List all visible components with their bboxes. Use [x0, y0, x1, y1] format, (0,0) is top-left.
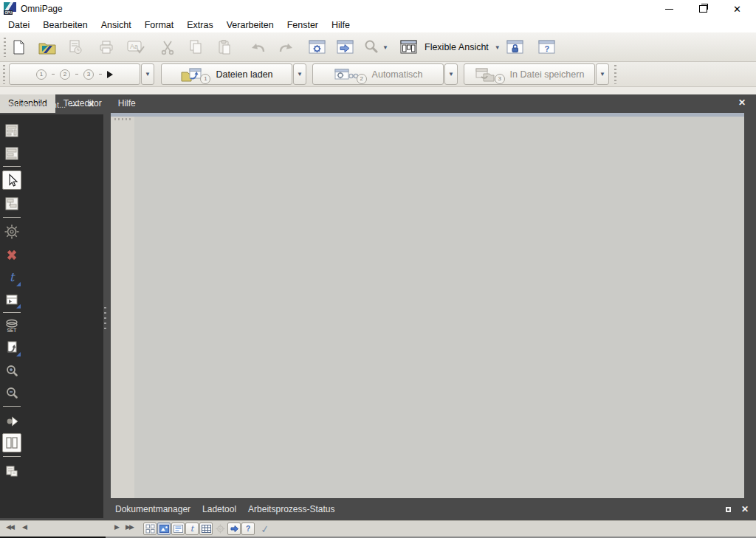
delete-zone-button[interactable] [2, 245, 21, 264]
toolbar-grip[interactable] [4, 38, 6, 57]
zoom-in-button[interactable] [2, 362, 21, 381]
settings-status-button[interactable] [213, 523, 227, 535]
bottom-panel-close-icon[interactable]: ✕ [741, 504, 749, 514]
thumbnail-view-button[interactable] [143, 523, 157, 535]
cut-button[interactable] [157, 37, 179, 58]
zone-properties-button[interactable] [2, 222, 21, 241]
table-zone-button[interactable] [2, 290, 21, 309]
zone-process-page-button[interactable] [2, 121, 21, 140]
zone-layout-button[interactable] [2, 144, 21, 163]
panel-splitter[interactable] [104, 307, 106, 332]
menu-datei[interactable]: Datei [1, 18, 36, 32]
process-mode-dropdown[interactable]: ▼ [444, 63, 458, 85]
svg-text:?: ? [545, 44, 550, 53]
minimize-button[interactable] [653, 0, 686, 18]
text-view-button[interactable]: t [185, 523, 199, 535]
redo-button[interactable] [275, 37, 297, 58]
open-folder-icon [38, 38, 57, 56]
zoom-button[interactable] [362, 37, 380, 58]
chevron-down-icon: ▼ [599, 71, 605, 77]
restore-button[interactable] [687, 0, 720, 18]
zone-layout-icon [4, 146, 19, 161]
new-document-button[interactable] [8, 37, 30, 58]
facing-pages-button[interactable] [2, 433, 21, 452]
help-status-button[interactable]: ? [241, 523, 255, 535]
tab-close-icon[interactable]: ✕ [738, 97, 746, 108]
help-button[interactable]: ? [536, 37, 558, 58]
menu-verarbeiten[interactable]: Verarbeiten [220, 18, 281, 32]
tab-ladetool[interactable]: Ladetool [196, 504, 242, 514]
tab-hilfe[interactable]: Hilfe [110, 94, 144, 113]
process-mode-button[interactable]: 2 Automatisch [312, 63, 444, 85]
last-page-button[interactable]: ▶▶ [126, 523, 133, 531]
options-button[interactable] [306, 37, 329, 58]
lock-icon [506, 38, 525, 56]
zoom-out-icon [4, 386, 19, 401]
set-rings-icon: SET [4, 317, 20, 334]
options-gear-icon [308, 38, 327, 56]
step-3-badge: 3 [83, 69, 94, 80]
table-view-button[interactable] [199, 523, 213, 535]
tab-dokumentmanager[interactable]: Dokumentmanager [109, 504, 196, 514]
zoom-dropdown[interactable]: ▼ [380, 37, 391, 58]
menu-fenster[interactable]: Fenster [281, 18, 325, 32]
title-bar: OPU OmniPage ✕ [0, 0, 756, 18]
menu-ansicht[interactable]: Ansicht [94, 18, 138, 32]
select-tool-button[interactable] [2, 170, 21, 190]
tab-arbeitsprozess-status[interactable]: Arbeitsprozess-Status [242, 504, 340, 514]
go-button[interactable] [334, 37, 357, 58]
thumbnail-close-icon[interactable]: ✕ [83, 100, 99, 109]
chevron-down-icon: ▼ [495, 44, 501, 51]
workflow-123-button[interactable]: 1 2 3 [9, 63, 140, 85]
view-mode-control[interactable]: Flexible Ansicht ▼ [399, 37, 501, 58]
svg-text:SET: SET [7, 328, 17, 333]
previous-page-button[interactable]: ◀ [22, 523, 26, 531]
zone-set-button[interactable]: SET [2, 316, 21, 335]
workflow-dropdown[interactable]: ▼ [141, 63, 154, 85]
step-3-badge: 3 [495, 74, 505, 84]
save-button[interactable] [64, 37, 86, 58]
toolbar-separator [3, 166, 21, 167]
save-to-file-button[interactable]: 3 In Datei speichern [464, 63, 595, 85]
menu-extras[interactable]: Extras [180, 18, 219, 32]
paste-button[interactable] [213, 37, 236, 58]
close-button[interactable]: ✕ [721, 0, 754, 18]
step-1-badge: 1 [200, 74, 210, 84]
lock-button[interactable] [504, 37, 526, 58]
proofread-button[interactable]: Aa [125, 37, 147, 58]
toolbar-grip[interactable] [3, 65, 5, 84]
reprocess-page-button[interactable] [2, 338, 21, 357]
load-files-dropdown[interactable]: ▼ [293, 63, 306, 85]
proof-status-button[interactable]: ✓ [258, 523, 272, 535]
redo-icon [276, 38, 295, 56]
page-info-button[interactable] [2, 461, 21, 480]
zoom-out-button[interactable] [2, 384, 21, 403]
detail-view-button[interactable] [171, 523, 185, 535]
next-page-button[interactable]: ▶ [114, 523, 118, 531]
text-t-icon: t [10, 271, 14, 284]
menu-format[interactable]: Format [138, 18, 181, 32]
zone-order-button[interactable] [2, 194, 21, 213]
undo-button[interactable] [247, 37, 269, 58]
thumbnail-minimize-icon[interactable]: — [66, 100, 83, 109]
open-file-button[interactable] [36, 37, 58, 58]
save-to-file-dropdown[interactable]: ▼ [596, 63, 609, 85]
load-files-button[interactable]: 1 Dateien laden [161, 63, 292, 85]
menu-bearbeiten[interactable]: Bearbeiten [36, 18, 94, 32]
chevron-down-icon: ▼ [382, 44, 388, 51]
copy-button[interactable] [185, 37, 207, 58]
page-image-view-button[interactable] [157, 523, 171, 535]
go-status-button[interactable] [227, 523, 241, 535]
menu-hilfe[interactable]: Hilfe [325, 18, 357, 32]
page-image-canvas[interactable] [134, 117, 744, 498]
load-files-label: Dateien laden [216, 69, 272, 80]
text-zone-button[interactable]: t [2, 268, 21, 287]
toolbar-grip[interactable] [114, 118, 131, 120]
dock-panel-icon[interactable] [726, 507, 731, 512]
print-button[interactable] [95, 37, 117, 58]
rotate-page-button[interactable] [2, 411, 21, 430]
step-2-badge: 2 [357, 74, 367, 84]
first-page-button[interactable]: ◀◀ [6, 523, 13, 531]
check-icon: ✓ [260, 523, 270, 535]
toolbar-grip[interactable] [614, 65, 616, 84]
